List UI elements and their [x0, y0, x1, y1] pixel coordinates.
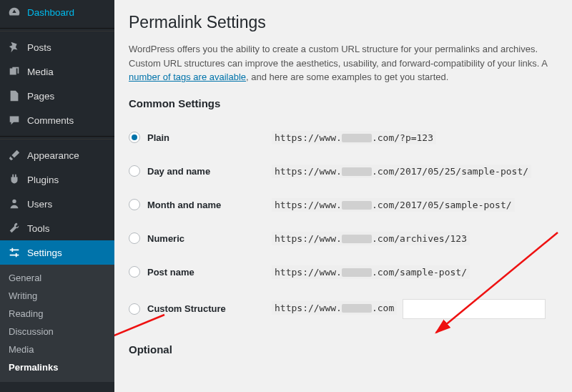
sidebar-label: Posts: [27, 42, 51, 53]
gauge-icon: [7, 5, 21, 19]
admin-sidebar: Dashboard Posts Media Pages Comments App…: [0, 0, 114, 392]
redacted-domain: [342, 201, 372, 210]
sidebar-label: Dashboard: [27, 7, 74, 18]
sub-item-writing[interactable]: Writing: [0, 287, 114, 305]
redacted-domain: [342, 134, 372, 142]
sub-item-permalinks[interactable]: Permalinks: [0, 358, 114, 376]
option-month-name[interactable]: Month and name: [129, 199, 265, 210]
redacted-domain: [342, 235, 372, 243]
sidebar-label: Appearance: [27, 150, 79, 161]
option-day-name[interactable]: Day and name: [129, 165, 265, 177]
radio-icon[interactable]: [129, 232, 140, 244]
common-settings-heading: Common Settings: [129, 97, 558, 109]
sidebar-label: Settings: [27, 248, 62, 258]
brush-icon: [7, 148, 21, 162]
page-intro: WordPress offers you the ability to crea…: [129, 42, 558, 84]
sidebar-item-comments[interactable]: Comments: [0, 108, 114, 132]
example-url-custom-prefix: https://www..com: [272, 301, 397, 315]
sidebar-label: Pages: [27, 91, 54, 102]
sidebar-item-posts[interactable]: Posts: [0, 35, 114, 59]
sidebar-label: Users: [27, 199, 52, 210]
menu-separator: [0, 28, 114, 31]
sidebar-item-tools[interactable]: Tools: [0, 216, 114, 240]
sidebar-item-appearance[interactable]: Appearance: [0, 143, 114, 167]
example-url-plain: https://www..com/?p=123: [272, 131, 436, 144]
pin-icon: [7, 40, 21, 54]
sidebar-item-settings[interactable]: Settings: [0, 240, 114, 265]
media-icon: [7, 64, 21, 79]
option-numeric[interactable]: Numeric: [129, 232, 265, 244]
custom-structure-input[interactable]: [403, 299, 546, 319]
menu-separator: [0, 136, 114, 139]
main-content: Permalink Settings WordPress offers you …: [114, 0, 572, 392]
sub-item-discussion[interactable]: Discussion: [0, 323, 114, 340]
option-custom[interactable]: Custom Structure: [129, 303, 265, 315]
svg-point-0: [12, 200, 16, 203]
sidebar-item-users[interactable]: Users: [0, 192, 114, 216]
plug-icon: [7, 172, 21, 187]
comment-icon: [7, 113, 21, 127]
option-label: Post name: [147, 267, 194, 278]
wrench-icon: [7, 221, 21, 235]
redacted-domain: [342, 167, 372, 176]
sliders-icon: [7, 245, 21, 260]
tags-available-link[interactable]: number of tags are available: [129, 72, 246, 82]
redacted-domain: [342, 268, 372, 277]
intro-text-2: , and here are some examples to get you …: [246, 72, 448, 82]
option-label: Custom Structure: [147, 303, 226, 314]
option-label: Numeric: [147, 233, 184, 244]
optional-heading: Optional: [129, 343, 558, 356]
radio-icon[interactable]: [129, 132, 140, 143]
sub-item-reading[interactable]: Reading: [0, 305, 114, 323]
option-plain[interactable]: Plain: [129, 132, 265, 143]
option-label: Month and name: [147, 200, 221, 210]
example-url-dayname: https://www..com/2017/05/25/sample-post/: [272, 165, 531, 178]
user-icon: [7, 197, 21, 211]
redacted-domain: [342, 304, 372, 313]
intro-text: WordPress offers you the ability to crea…: [129, 44, 547, 69]
sidebar-item-media[interactable]: Media: [0, 59, 114, 84]
page-icon: [7, 89, 21, 103]
sidebar-item-plugins[interactable]: Plugins: [0, 167, 114, 192]
option-label: Plain: [147, 132, 169, 143]
settings-submenu: General Writing Reading Discussion Media…: [0, 265, 114, 382]
permalink-options-table: Plain https://www..com/?p=123 Day and na…: [129, 121, 558, 329]
sidebar-item-dashboard[interactable]: Dashboard: [0, 0, 114, 24]
sidebar-label: Tools: [27, 223, 50, 234]
option-label: Day and name: [147, 166, 210, 177]
example-url-numeric: https://www..com/archives/123: [272, 232, 470, 245]
sidebar-label: Comments: [27, 115, 74, 126]
page-title: Permalink Settings: [129, 13, 558, 32]
sidebar-item-pages[interactable]: Pages: [0, 84, 114, 108]
sidebar-label: Plugins: [27, 175, 59, 185]
example-url-monthname: https://www..com/2017/05/sample-post/: [272, 198, 515, 212]
radio-icon[interactable]: [129, 266, 140, 278]
example-url-postname: https://www..com/sample-post/: [272, 265, 470, 279]
sidebar-label: Media: [27, 67, 54, 77]
radio-icon[interactable]: [129, 165, 140, 177]
radio-icon[interactable]: [129, 199, 140, 210]
option-post-name[interactable]: Post name: [129, 266, 265, 278]
sub-item-media[interactable]: Media: [0, 340, 114, 358]
sub-item-general[interactable]: General: [0, 269, 114, 287]
radio-icon[interactable]: [129, 303, 140, 315]
